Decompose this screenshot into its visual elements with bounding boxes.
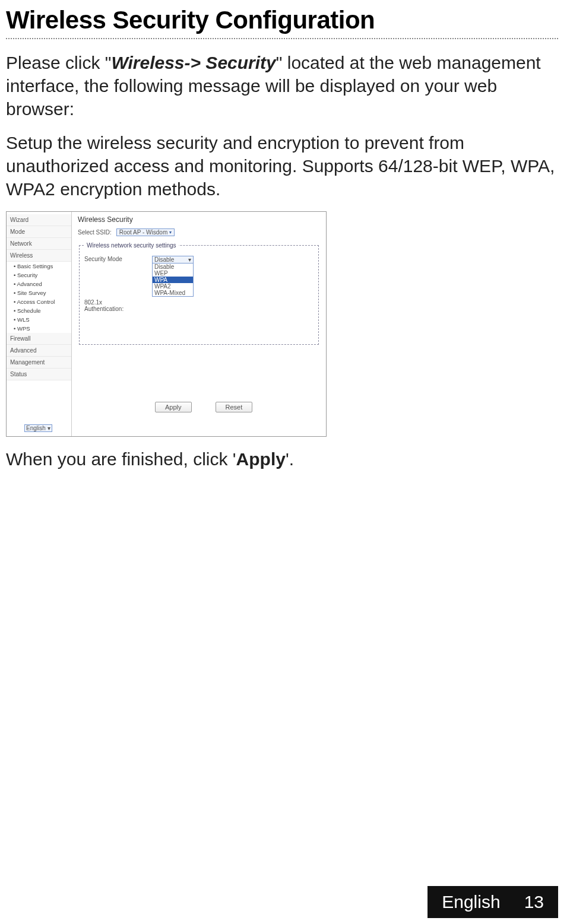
intro-pre: Please click " [6,53,111,72]
chevron-down-icon: ▾ [188,256,191,263]
closing-apply: Apply [236,449,286,469]
panel-title: Wireless Security [78,215,320,224]
chevron-down-icon: ▾ [48,425,50,431]
sidebar-item-management[interactable]: Management [7,357,71,369]
intro-nav-path: Wireless-> Security [111,53,276,72]
security-mode-dropdown[interactable]: Disable ▾ Disable WEP WPA WPA2 WPA-Mixed [152,256,194,297]
sidebar-item-firewall[interactable]: Firewall [7,333,71,345]
sidebar-item-wizard[interactable]: Wizard [7,214,71,226]
router-ui-screenshot: Wizard Mode Network Wireless • Basic Set… [6,211,327,437]
page-footer: English 13 [428,886,558,918]
sidebar-sub-wps[interactable]: • WPS [7,324,71,333]
page-title: Wireless Security Configuration [6,6,558,34]
reset-button[interactable]: Reset [216,402,253,412]
sidebar-item-status[interactable]: Status [7,369,71,380]
dropdown-opt-wep[interactable]: WEP [153,270,193,277]
ssid-value: Root AP - Wisdom [119,229,168,236]
footer-page-number: 13 [524,892,544,912]
sidebar-item-network[interactable]: Network [7,238,71,250]
intro-paragraph: Please click "Wireless-> Security" locat… [6,51,558,120]
sidebar-item-mode[interactable]: Mode [7,226,71,238]
apply-button[interactable]: Apply [155,402,192,412]
auth-label: 802.1x Authentication: [84,299,142,312]
sidebar-sub-sitesurvey[interactable]: • Site Survey [7,288,71,297]
sidebar-sub-accesscontrol[interactable]: • Access Control [7,297,71,306]
main-panel: Wireless Security Select SSID: Root AP -… [72,212,326,436]
ssid-select[interactable]: Root AP - Wisdom ▾ [116,228,175,236]
dropdown-opt-wpa2[interactable]: WPA2 [153,283,193,290]
sidebar-item-wireless[interactable]: Wireless [7,250,71,262]
security-mode-selected: Disable [154,256,174,263]
language-selector-wrap: English ▾ [24,424,52,431]
divider [6,38,558,39]
sidebar: Wizard Mode Network Wireless • Basic Set… [7,212,72,436]
footer-language: English [442,892,500,912]
description-paragraph: Setup the wireless security and encrypti… [6,131,558,201]
closing-pre: When you are finished, click ' [6,449,236,469]
closing-paragraph: When you are finished, click 'Apply'. [6,447,558,471]
security-mode-label: Security Mode [84,256,142,262]
dropdown-opt-wpamixed[interactable]: WPA-Mixed [153,290,193,296]
group-legend: Wireless network security settings [84,242,179,249]
language-value: English [26,425,46,431]
chevron-down-icon: ▾ [169,230,172,235]
closing-post: '. [286,449,294,469]
dropdown-opt-disable[interactable]: Disable [153,263,193,270]
security-settings-group: Wireless network security settings Secur… [79,242,319,345]
sidebar-sub-advanced[interactable]: • Advanced [7,280,71,288]
sidebar-item-advanced[interactable]: Advanced [7,345,71,357]
sidebar-sub-wls[interactable]: • WLS [7,315,71,324]
ssid-label: Select SSID: [78,229,112,236]
sidebar-sub-basic[interactable]: • Basic Settings [7,262,71,271]
language-select[interactable]: English ▾ [24,424,52,432]
sidebar-sub-security[interactable]: • Security [7,271,71,280]
dropdown-opt-wpa[interactable]: WPA [153,277,193,283]
sidebar-sub-schedule[interactable]: • Schedule [7,306,71,315]
